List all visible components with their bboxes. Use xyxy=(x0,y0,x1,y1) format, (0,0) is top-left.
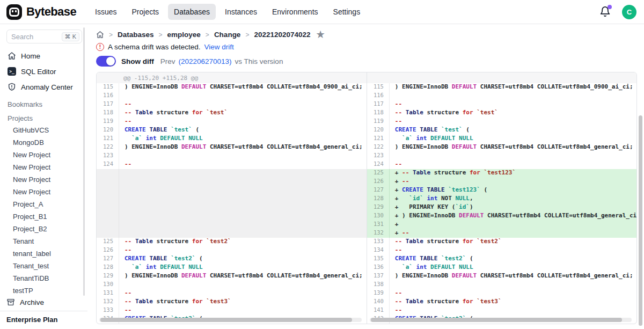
diff-row: 129) ENGINE=InnoDB DEFAULT CHARSET=utf8m… xyxy=(97,272,367,281)
right-horizontal-scrollbar-thumb[interactable] xyxy=(371,318,622,322)
code-line: `a` int DEFAULT NULL xyxy=(390,264,636,272)
right-horizontal-scrollbar-track[interactable] xyxy=(370,318,632,322)
sidebar-project-item[interactable]: Tenant_test xyxy=(6,260,82,272)
terminal-icon: >_ xyxy=(8,67,16,76)
star-icon[interactable]: ★ xyxy=(317,30,325,39)
sidebar-project-item[interactable]: MongoDB xyxy=(6,136,82,149)
sidebar-item-anomaly-center[interactable]: Anomaly Center xyxy=(6,79,82,94)
code-line: -- xyxy=(119,160,367,169)
plan-badge: Enterprise Plan xyxy=(0,311,87,329)
sidebar-item-sql-editor[interactable]: >_ SQL Editor xyxy=(6,63,82,79)
diff-row: 141-- xyxy=(367,306,636,315)
diff-row: 126-- xyxy=(97,246,367,255)
line-number: 132 xyxy=(367,229,390,238)
diff-row: 136 `a` int DEFAULT NULL xyxy=(367,264,636,272)
code-line: -- Table structure for `test3` xyxy=(119,298,367,306)
line-number: 124 xyxy=(97,160,119,169)
sidebar-item-home[interactable]: Home xyxy=(6,48,82,63)
code-line: -- xyxy=(390,289,636,298)
left-horizontal-scrollbar-track[interactable] xyxy=(99,318,362,322)
diff-row: 131-- xyxy=(97,289,367,298)
code-line: ) ENGINE=InnoDB DEFAULT CHARSET=utf8mb4 … xyxy=(390,272,636,281)
line-number: 132 xyxy=(97,298,119,306)
page-vertical-scrollbar[interactable] xyxy=(639,115,642,326)
diff-row: 130+ ) ENGINE=InnoDB DEFAULT CHARSET=utf… xyxy=(367,212,636,221)
code-line: -- xyxy=(390,160,636,169)
diff-row: 119-- xyxy=(97,118,367,126)
diff-row: 134-- xyxy=(367,246,636,255)
nav-item-instances[interactable]: Instances xyxy=(219,4,263,20)
prev-label: Prev xyxy=(160,57,175,65)
diff-row xyxy=(97,212,367,221)
sidebar-item-archive[interactable]: Archive xyxy=(0,295,87,311)
sidebar-project-item[interactable]: New Project xyxy=(6,149,82,161)
nav-item-settings[interactable]: Settings xyxy=(327,4,367,20)
code-line: ) ENGINE=InnoDB DEFAULT CHARSET=utf8mb4 … xyxy=(390,143,636,152)
breadcrumb-version[interactable]: 20221202074022 xyxy=(254,31,310,39)
notifications-button[interactable] xyxy=(599,6,611,18)
line-number xyxy=(97,212,119,221)
sidebar-project-item[interactable]: GitHubVCS xyxy=(6,124,82,136)
line-number: 123 xyxy=(97,152,119,160)
code-line: CREATE TABLE `test` ( xyxy=(119,126,367,135)
line-number: 122 xyxy=(97,143,119,152)
sidebar-project-item[interactable]: New Project xyxy=(6,186,82,198)
breadcrumb-change[interactable]: Change xyxy=(214,31,241,39)
sidebar-project-item[interactable]: Project_B2 xyxy=(6,223,82,235)
code-line xyxy=(119,195,367,203)
code-line: -- Table structure for `test3` xyxy=(390,298,636,306)
line-number xyxy=(97,195,119,203)
code-line: `a` int DEFAULT NULL xyxy=(119,135,367,143)
sidebar-project-item[interactable]: Tenant xyxy=(6,235,82,247)
topnav-right: C xyxy=(599,5,636,19)
code-line: `a` int DEFAULT NULL xyxy=(390,135,636,143)
diff-row: 115) ENGINE=InnoDB DEFAULT CHARSET=utf8m… xyxy=(367,83,636,92)
left-horizontal-scrollbar-thumb[interactable] xyxy=(100,318,352,322)
user-avatar[interactable]: C xyxy=(622,5,636,19)
sidebar-project-item[interactable]: Project_A xyxy=(6,198,82,210)
projects-section-label: Projects xyxy=(8,114,82,122)
brand-name: Bytebase xyxy=(26,5,76,19)
diff-row: 122) ENGINE=InnoDB DEFAULT CHARSET=utf8m… xyxy=(367,143,636,152)
nav-item-environments[interactable]: Environments xyxy=(266,4,324,20)
line-number: 119 xyxy=(367,118,390,126)
line-number: 119 xyxy=(97,118,119,126)
prev-version-link[interactable]: (202206270013) xyxy=(179,57,232,65)
view-drift-link[interactable]: View drift xyxy=(204,43,234,51)
diff-row: 139-- xyxy=(367,289,636,298)
line-number: 121 xyxy=(97,135,119,143)
sidebar-project-item[interactable]: testTP xyxy=(6,284,82,295)
line-number: 136 xyxy=(367,264,390,272)
breadcrumb-databases[interactable]: Databases xyxy=(118,31,154,39)
sidebar-project-item[interactable]: New Project xyxy=(6,161,82,173)
breadcrumb-home-icon[interactable] xyxy=(96,31,104,39)
sidebar-scrollbar[interactable] xyxy=(83,27,85,296)
line-number: 128 xyxy=(97,264,119,272)
code-line xyxy=(119,152,367,160)
line-number: 117 xyxy=(97,100,119,109)
code-line: + PRIMARY KEY (`id`) xyxy=(390,203,636,212)
code-line: CREATE TABLE `test` ( xyxy=(390,126,636,135)
diff-row: 140-- Table structure for `test3` xyxy=(367,298,636,306)
nav-item-databases[interactable]: Databases xyxy=(168,4,216,20)
code-line: + xyxy=(390,221,636,229)
sidebar: Search ⌘ K Home >_ SQL Editor Anomaly Ce… xyxy=(0,24,87,329)
breadcrumb-separator: > xyxy=(159,31,163,39)
nav-item-issues[interactable]: Issues xyxy=(89,4,122,20)
sidebar-project-item[interactable]: Project_B1 xyxy=(6,210,82,223)
line-number: 130 xyxy=(367,212,390,221)
nav-item-projects[interactable]: Projects xyxy=(126,4,165,20)
sidebar-project-item[interactable]: tenant_label xyxy=(6,247,82,260)
show-diff-toggle[interactable] xyxy=(96,56,116,67)
line-number: 135 xyxy=(367,255,390,264)
bytebase-logo[interactable]: Bytebase xyxy=(6,4,76,20)
bookmarks-section-label: Bookmarks xyxy=(8,100,82,108)
code-line: -- xyxy=(119,306,367,315)
line-number xyxy=(97,221,119,229)
sidebar-project-item[interactable]: TenantTiDB xyxy=(6,272,82,284)
diff-row: 132+ -- xyxy=(367,229,636,238)
breadcrumb-employee[interactable]: employee xyxy=(167,31,201,39)
search-input[interactable]: Search ⌘ K xyxy=(6,30,82,43)
diff-row: 125+ -- Table structure for `test123` xyxy=(367,169,636,178)
sidebar-project-item[interactable]: New Project xyxy=(6,173,82,186)
